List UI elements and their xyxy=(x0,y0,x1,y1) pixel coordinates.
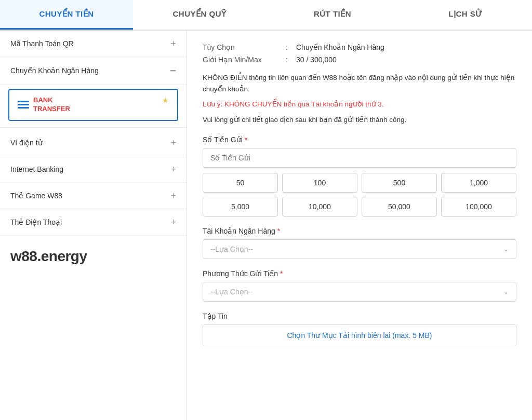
amount-btn-100000[interactable]: 100,000 xyxy=(441,197,516,216)
sidebar-item-label: Ví điện tử xyxy=(10,139,43,147)
phuong-thuc-label: Phương Thức Gửi Tiền * xyxy=(203,269,516,278)
amount-btn-50[interactable]: 50 xyxy=(203,173,278,193)
sidebar-item-internet-banking[interactable]: Internet Banking + xyxy=(0,156,187,183)
tab-lich-su[interactable]: LỊCH SỬ xyxy=(399,0,532,30)
amount-btn-100[interactable]: 100 xyxy=(282,173,357,193)
so-tien-gui-label: Số Tiền Gửi * xyxy=(203,136,516,144)
gioi-han-colon: : xyxy=(286,56,296,64)
amount-grid: 50 100 500 1,000 5,000 10,000 50,000 100… xyxy=(203,173,516,216)
sidebar-item-vi-dien-tu[interactable]: Ví điện tử + xyxy=(0,130,187,156)
chevron-down-icon: ⌄ xyxy=(503,288,509,295)
tai-khoan-ngan-hang-section: Tài Khoản Ngân Hàng * --Lựa Chọn-- ⌄ xyxy=(203,227,516,259)
required-star: * xyxy=(277,227,280,235)
sidebar-item-label: Thẻ Điện Thoại xyxy=(10,218,62,226)
tab-chuyen-tien[interactable]: CHUYỂN TIỀN xyxy=(0,0,133,30)
tai-khoan-select[interactable]: --Lựa Chọn-- ⌄ xyxy=(203,239,516,259)
info-row-gioi-han: Giới Hạn Min/Max : 30 / 300,000 xyxy=(203,56,516,64)
tap-tin-label: Tập Tin xyxy=(203,312,516,320)
sidebar-item-label: Mã Thanh Toán QR xyxy=(10,39,74,48)
amount-btn-1000[interactable]: 1,000 xyxy=(441,173,516,193)
tuy-chon-colon: : xyxy=(286,43,296,51)
tuy-chon-value: Chuyển Khoản Ngân Hàng xyxy=(296,43,384,51)
plus-icon: + xyxy=(170,138,176,147)
so-tien-gui-input[interactable] xyxy=(203,148,516,168)
gioi-han-value: 30 / 300,000 xyxy=(296,56,337,64)
sidebar-item-ma-thanh-toan-qr[interactable]: Mã Thanh Toán QR + xyxy=(0,31,187,57)
tab-rut-tien[interactable]: RÚT TIỀN xyxy=(266,0,399,30)
sidebar-item-the-dien-thoai[interactable]: Thẻ Điện Thoại + xyxy=(0,209,187,236)
sidebar-item-label: Chuyển Khoản Ngân Hàng xyxy=(10,66,99,75)
content-area: Mã Thanh Toán QR + Chuyển Khoản Ngân Hàn… xyxy=(0,31,532,420)
bank-transfer-option[interactable]: BANK TRANSFER ★ xyxy=(8,89,178,121)
amount-btn-5000[interactable]: 5,000 xyxy=(203,197,278,216)
amount-btn-500[interactable]: 500 xyxy=(362,173,437,193)
main-form: Tùy Chọn : Chuyển Khoản Ngân Hàng Giới H… xyxy=(187,31,532,420)
tai-khoan-placeholder: --Lựa Chọn-- xyxy=(210,245,253,253)
plus-icon: + xyxy=(170,165,176,174)
sidebar-item-label: Internet Banking xyxy=(10,165,63,173)
tap-tin-section: Tập Tin Chọn Thư Mục Tải hình biên lai (… xyxy=(203,312,516,346)
star-icon: ★ xyxy=(162,96,169,104)
notice-text1: KHÔNG ĐIỀN thông tin liên quan đến W88 h… xyxy=(203,72,516,94)
so-tien-gui-section: Số Tiền Gửi * 50 100 500 1,000 5,000 10,… xyxy=(203,136,516,216)
required-star: * xyxy=(245,136,247,144)
gioi-han-label: Giới Hạn Min/Max xyxy=(203,56,286,64)
phuong-thuc-placeholder: --Lựa Chọn-- xyxy=(210,288,253,296)
amount-btn-50000[interactable]: 50,000 xyxy=(362,197,437,216)
phuong-thuc-select[interactable]: --Lựa Chọn-- ⌄ xyxy=(203,282,516,302)
bank-transfer-label: BANK TRANSFER xyxy=(33,96,70,114)
required-star: * xyxy=(280,269,283,278)
phuong-thuc-section: Phương Thức Gửi Tiền * --Lựa Chọn-- ⌄ xyxy=(203,269,516,302)
plus-icon: + xyxy=(170,39,176,48)
sidebar-item-chuyen-khoan-ngan-hang[interactable]: Chuyển Khoản Ngân Hàng − xyxy=(0,57,187,85)
sidebar-item-the-game-w88[interactable]: Thẻ Game W88 + xyxy=(0,183,187,209)
plus-icon: + xyxy=(170,218,176,227)
plus-icon: + xyxy=(170,191,176,200)
bank-icon xyxy=(18,101,29,109)
nav-tabs: CHUYỂN TIỀN CHUYỂN QUỸ RÚT TIỀN LỊCH SỬ xyxy=(0,0,532,31)
info-row-tuy-chon: Tùy Chọn : Chuyển Khoản Ngân Hàng xyxy=(203,43,516,51)
amount-btn-10000[interactable]: 10,000 xyxy=(282,197,357,216)
minus-icon: − xyxy=(170,65,176,76)
notice-text2: Vui lòng gửi chi tiết giao dịch sau khi … xyxy=(203,114,516,126)
tuy-chon-label: Tùy Chọn xyxy=(203,43,286,51)
file-upload-button[interactable]: Chọn Thư Mục Tải hình biên lai (max. 5 M… xyxy=(203,324,516,346)
divider xyxy=(0,127,187,128)
sidebar-item-label: Thẻ Game W88 xyxy=(10,192,62,200)
site-logo: w88.energy xyxy=(0,236,187,270)
sidebar: Mã Thanh Toán QR + Chuyển Khoản Ngân Hàn… xyxy=(0,31,187,420)
tab-chuyen-quy[interactable]: CHUYỂN QUỸ xyxy=(133,0,266,30)
notice-warning: Lưu ý: KHÔNG CHUYỂN tiền qua Tài khoản n… xyxy=(203,99,516,110)
tai-khoan-label: Tài Khoản Ngân Hàng * xyxy=(203,227,516,235)
chevron-down-icon: ⌄ xyxy=(503,246,509,253)
notice-box: KHÔNG ĐIỀN thông tin liên quan đến W88 h… xyxy=(203,72,516,125)
